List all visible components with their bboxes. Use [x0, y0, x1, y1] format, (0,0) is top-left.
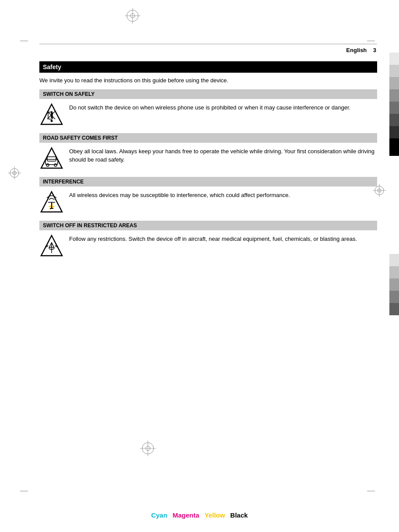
color-cyan: Cyan — [151, 511, 168, 519]
color-yellow: Yellow — [204, 511, 225, 519]
svg-rect-24 — [47, 157, 56, 161]
color-bar-sep3 — [227, 511, 228, 519]
cs-block-4 — [389, 89, 399, 102]
color-bar: Cyan Magenta Yellow Black — [151, 511, 248, 519]
cs-block-5 — [389, 102, 399, 114]
tick-top-left — [20, 41, 28, 41]
header-language: English — [346, 47, 367, 53]
color-bar-sep2 — [201, 511, 203, 519]
safety-header: Safety — [39, 61, 377, 73]
header-page: 3 — [373, 47, 376, 53]
svg-marker-22 — [41, 148, 62, 168]
switch-off-text: Follow any restrictions. Switch the devi… — [69, 234, 357, 243]
cs-block-8 — [389, 138, 399, 156]
road-safety-text: Obey all local laws. Always keep your ha… — [69, 146, 377, 164]
switch-on-safely-item: Do not switch the device on when wireles… — [39, 102, 377, 127]
cs-lower-5 — [389, 303, 399, 315]
interference-header: INTERFERENCE — [39, 177, 377, 187]
cs-block-3 — [389, 77, 399, 89]
color-black: Black — [230, 511, 248, 519]
switch-on-safely-header: SWITCH ON SAFELY — [39, 89, 377, 99]
color-strip — [389, 53, 399, 156]
road-safety-icon — [39, 146, 64, 171]
svg-point-26 — [54, 164, 57, 166]
switch-off-header: SWITCH OFF IN RESTRICTED AREAS — [39, 221, 377, 230]
tick-top-right — [367, 41, 375, 41]
road-safety-item: Obey all local laws. Always keep your ha… — [39, 146, 377, 171]
reg-mark-mid-left — [8, 166, 21, 181]
road-safety-header: ROAD SAFETY COMES FIRST — [39, 133, 377, 143]
cs-lower-2 — [389, 266, 399, 278]
tick-bottom-left — [20, 491, 28, 491]
svg-point-18 — [51, 120, 53, 122]
interference-item: ⚡ All wireless devices may be susceptibl… — [39, 190, 377, 215]
svg-point-25 — [46, 164, 49, 166]
color-strip-lower — [389, 254, 399, 315]
content-area: English 3 Safety We invite you to read t… — [39, 44, 377, 488]
color-magenta: Magenta — [172, 511, 199, 519]
intro-text: We invite you to read the instructions o… — [39, 76, 377, 85]
color-bar-sep1 — [169, 511, 171, 519]
cs-block-7 — [389, 126, 399, 138]
page: English 3 Safety We invite you to read t… — [0, 0, 399, 532]
cs-lower-3 — [389, 278, 399, 291]
switch-off-item: Follow any restrictions. Switch the devi… — [39, 234, 377, 258]
interference-text: All wireless devices may be susceptible … — [69, 190, 290, 200]
tick-bottom-right — [367, 491, 375, 491]
reg-mark-top-left — [125, 8, 140, 25]
cs-block-2 — [389, 65, 399, 77]
cs-lower-1 — [389, 254, 399, 266]
cs-block-6 — [389, 114, 399, 126]
cs-lower-4 — [389, 291, 399, 303]
cs-block-1 — [389, 53, 399, 65]
switch-on-safely-icon — [39, 102, 64, 127]
interference-icon: ⚡ — [39, 190, 64, 215]
switch-on-safely-text: Do not switch the device on when wireles… — [69, 102, 350, 112]
switch-off-icon — [39, 234, 64, 258]
header-line: English 3 — [39, 44, 377, 53]
